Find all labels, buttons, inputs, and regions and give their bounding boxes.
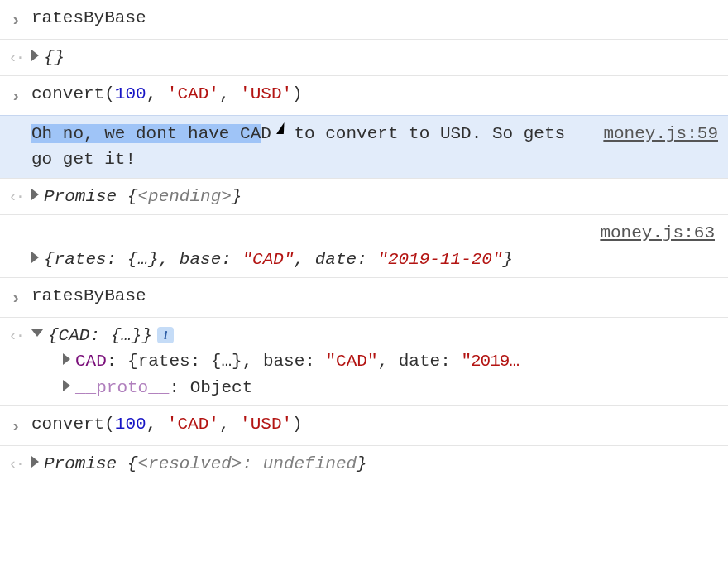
- fn-name: convert: [31, 84, 104, 103]
- proto-value: Object: [190, 378, 253, 397]
- gutter-empty: [0, 121, 31, 123]
- selected-text: Oh no, we dont have CA: [31, 124, 261, 143]
- disclosure-triangle-icon[interactable]: [63, 380, 70, 391]
- empty-object: {}: [44, 48, 65, 67]
- disclosure-triangle-icon[interactable]: [31, 329, 43, 337]
- console-input-text: convert(100, 'CAD', 'USD'): [31, 81, 721, 108]
- input-prompt-icon: ›: [0, 283, 31, 312]
- disclosure-triangle-icon[interactable]: [31, 189, 39, 200]
- object-preview[interactable]: {}: [31, 45, 721, 71]
- input-prompt-icon: ›: [0, 411, 31, 440]
- input-prompt-icon: ›: [0, 5, 31, 34]
- info-icon[interactable]: i: [157, 327, 174, 343]
- promise-state: <pending>: [137, 187, 231, 206]
- string-literal: 'USD': [240, 415, 292, 434]
- source-link[interactable]: money.js:59: [603, 121, 718, 147]
- object-preview[interactable]: {rates: {…}, base: "CAD", date: "2019-11…: [31, 247, 513, 273]
- number-literal: 100: [115, 84, 146, 103]
- object-property-row[interactable]: CAD: {rates: {…}, base: "CAD", date: "20…: [31, 348, 718, 375]
- string-value: "2019…: [461, 352, 519, 371]
- promise-preview[interactable]: Promise {<resolved>: undefined}: [31, 451, 721, 477]
- disclosure-triangle-icon[interactable]: [63, 353, 70, 365]
- promise-label: Promise: [44, 454, 117, 473]
- object-key: CAD:: [59, 326, 111, 345]
- console-output-row[interactable]: ‹· {CAD: {…}}i CAD: {rates: {…}, base: "…: [0, 317, 728, 406]
- output-prompt-icon: ‹·: [0, 451, 31, 476]
- console-output-row[interactable]: ‹· {}: [0, 39, 728, 76]
- promise-state: <resolved>: [137, 454, 242, 473]
- disclosure-triangle-icon[interactable]: [31, 456, 39, 468]
- undefined-value: undefined: [263, 454, 357, 473]
- mouse-cursor-icon: [271, 124, 284, 142]
- promise-label: Promise: [44, 187, 117, 206]
- output-prompt-icon: ‹·: [0, 45, 31, 70]
- console-input-row[interactable]: › convert(100, 'CAD', 'USD'): [0, 405, 728, 445]
- devtools-console: › ratesByBase ‹· {} › convert(100, 'CAD'…: [0, 0, 728, 482]
- console-output-row[interactable]: ‹· Promise {<pending>}: [0, 178, 728, 215]
- object-expanded[interactable]: {CAD: {…}}i CAD: {rates: {…}, base: "CAD…: [31, 323, 721, 401]
- console-input-text: ratesByBase: [31, 5, 721, 31]
- disclosure-triangle-icon[interactable]: [31, 50, 39, 61]
- console-input-text: ratesByBase: [31, 283, 721, 309]
- console-input-row[interactable]: › ratesByBase: [0, 277, 728, 317]
- input-prompt-icon: ›: [0, 81, 31, 110]
- property-key: CAD: [75, 352, 107, 371]
- source-link[interactable]: money.js:63: [600, 223, 715, 242]
- object-key: date:: [315, 250, 378, 269]
- output-prompt-icon: ‹·: [0, 323, 31, 348]
- object-key: base:: [180, 250, 242, 269]
- fn-name: convert: [31, 415, 104, 434]
- console-input-row[interactable]: › convert(100, 'CAD', 'USD'): [0, 75, 728, 115]
- string-literal: 'CAD': [167, 84, 219, 103]
- console-output-row[interactable]: ‹· Promise {<resolved>: undefined}: [0, 445, 728, 482]
- proto-key: __proto__: [75, 378, 169, 397]
- string-literal: 'USD': [240, 84, 292, 103]
- promise-preview[interactable]: Promise {<pending>}: [31, 184, 721, 210]
- console-input-text: convert(100, 'CAD', 'USD'): [31, 411, 721, 438]
- console-log-row[interactable]: money.js:63 {rates: {…}, base: "CAD", da…: [0, 214, 728, 277]
- disclosure-triangle-icon[interactable]: [31, 252, 39, 263]
- output-prompt-icon: ‹·: [0, 184, 31, 209]
- string-value: "CAD": [242, 250, 294, 269]
- object-key: rates:: [55, 250, 127, 269]
- string-literal: 'CAD': [167, 415, 219, 434]
- number-literal: 100: [115, 415, 146, 434]
- console-log-row[interactable]: money.js:59 Oh no, we dont have CAD to c…: [0, 115, 728, 179]
- string-value: "2019-11-20": [377, 250, 502, 269]
- log-message: money.js:59 Oh no, we dont have CAD to c…: [31, 121, 721, 173]
- object-proto-row[interactable]: __proto__: Object: [31, 375, 718, 401]
- string-value: "CAD": [326, 352, 378, 371]
- console-input-row[interactable]: › ratesByBase: [0, 0, 728, 39]
